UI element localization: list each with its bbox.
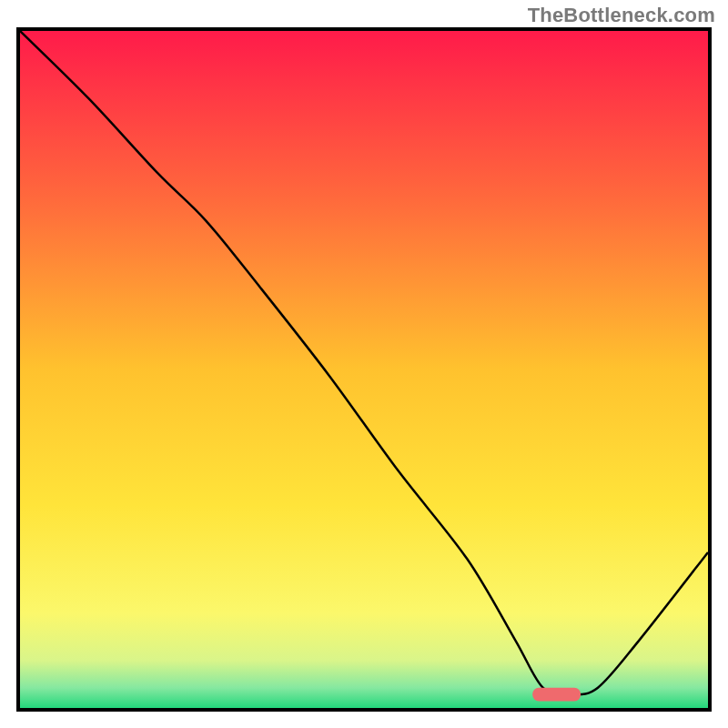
- chart-frame: TheBottleneck.com: [0, 0, 728, 728]
- background-rect: [20, 31, 708, 708]
- sweet-spot-marker: [532, 688, 581, 702]
- plot-svg: [20, 31, 708, 708]
- plot-area: [16, 27, 712, 712]
- watermark-text: TheBottleneck.com: [528, 4, 715, 27]
